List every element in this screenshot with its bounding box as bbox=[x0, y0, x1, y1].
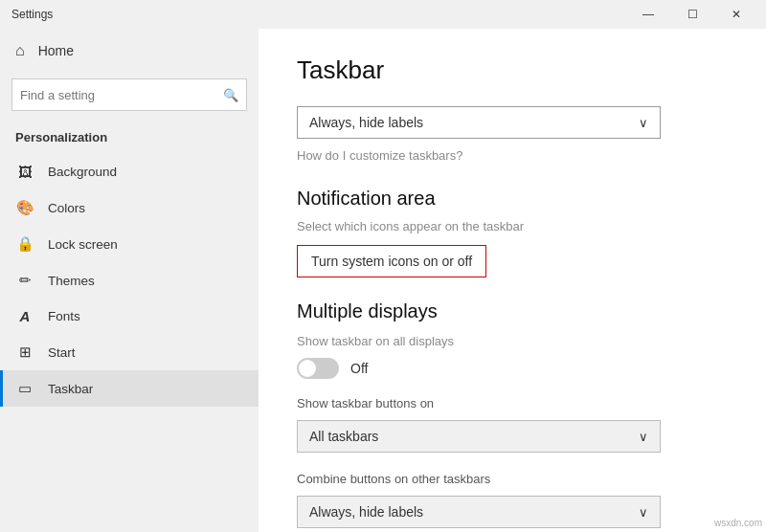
fonts-icon: A bbox=[15, 308, 34, 324]
sidebar-item-background[interactable]: 🖼 Background bbox=[0, 154, 259, 189]
sidebar-section-title: Personalization bbox=[0, 124, 259, 154]
search-icon: 🔍 bbox=[223, 88, 238, 102]
sidebar-item-start[interactable]: ⊞ Start bbox=[0, 334, 259, 370]
main-dropdown-arrow: ∨ bbox=[639, 116, 648, 130]
sidebar-item-themes-label: Themes bbox=[48, 274, 95, 288]
sidebar-item-fonts-label: Fonts bbox=[48, 309, 80, 323]
title-bar: Settings — ☐ ✕ bbox=[0, 0, 766, 29]
lock-icon: 🔒 bbox=[15, 235, 34, 253]
toggle-status: Off bbox=[350, 361, 368, 376]
taskbar-icon: ▭ bbox=[15, 380, 34, 397]
show-all-displays-toggle-row: Off bbox=[297, 358, 728, 379]
sidebar-item-lock-label: Lock screen bbox=[48, 237, 118, 252]
sidebar-item-start-label: Start bbox=[48, 345, 76, 360]
sidebar-item-home[interactable]: ⌂ Home bbox=[0, 29, 259, 73]
combine-dropdown-arrow: ∨ bbox=[639, 505, 648, 520]
sidebar-item-lock-screen[interactable]: 🔒 Lock screen bbox=[0, 226, 259, 262]
show-all-displays-toggle[interactable] bbox=[297, 358, 339, 379]
toggle-knob bbox=[299, 360, 316, 377]
home-icon: ⌂ bbox=[15, 42, 25, 59]
window-title: Settings bbox=[11, 8, 53, 21]
sidebar-item-fonts[interactable]: A Fonts bbox=[0, 299, 259, 334]
close-button[interactable]: ✕ bbox=[714, 0, 758, 29]
show-buttons-dropdown[interactable]: All taskbars ∨ bbox=[297, 420, 661, 453]
show-buttons-dropdown-value: All taskbars bbox=[309, 429, 378, 444]
background-icon: 🖼 bbox=[15, 164, 34, 180]
notification-area-hint: Select which icons appear on the taskbar bbox=[297, 219, 728, 233]
show-buttons-dropdown-arrow: ∨ bbox=[639, 430, 648, 444]
window-controls: — ☐ ✕ bbox=[626, 0, 758, 29]
start-icon: ⊞ bbox=[15, 344, 34, 361]
page-title: Taskbar bbox=[297, 55, 728, 85]
system-icons-link[interactable]: Turn system icons on or off bbox=[297, 245, 486, 277]
sidebar-item-taskbar-label: Taskbar bbox=[48, 382, 93, 396]
minimize-button[interactable]: — bbox=[626, 0, 670, 29]
home-label: Home bbox=[38, 43, 74, 58]
main-layout: ⌂ Home 🔍 Personalization 🖼 Background 🎨 … bbox=[0, 29, 766, 532]
maximize-button[interactable]: ☐ bbox=[670, 0, 714, 29]
main-dropdown[interactable]: Always, hide labels ∨ bbox=[297, 106, 661, 139]
show-buttons-label: Show taskbar buttons on bbox=[297, 396, 728, 410]
combine-buttons-label: Combine buttons on other taskbars bbox=[297, 472, 728, 486]
colors-icon: 🎨 bbox=[15, 199, 34, 216]
sidebar-item-background-label: Background bbox=[48, 165, 117, 179]
sidebar-item-colors-label: Colors bbox=[48, 201, 85, 215]
sidebar-item-colors[interactable]: 🎨 Colors bbox=[0, 189, 259, 226]
content-area: Taskbar Always, hide labels ∨ How do I c… bbox=[259, 29, 766, 532]
search-box[interactable]: 🔍 bbox=[11, 78, 247, 111]
sidebar-item-taskbar[interactable]: ▭ Taskbar bbox=[0, 370, 259, 407]
notification-area-title: Notification area bbox=[297, 188, 728, 210]
multiple-displays-title: Multiple displays bbox=[297, 300, 728, 322]
sidebar-item-themes[interactable]: ✏ Themes bbox=[0, 262, 259, 299]
show-all-displays-label: Show taskbar on all displays bbox=[297, 334, 728, 348]
themes-icon: ✏ bbox=[15, 272, 34, 289]
combine-dropdown-value: Always, hide labels bbox=[309, 504, 423, 520]
search-input[interactable] bbox=[20, 88, 223, 102]
combine-dropdown[interactable]: Always, hide labels ∨ bbox=[297, 496, 661, 528]
sidebar: ⌂ Home 🔍 Personalization 🖼 Background 🎨 … bbox=[0, 29, 259, 532]
main-dropdown-value: Always, hide labels bbox=[309, 115, 423, 130]
customize-hint: How do I customize taskbars? bbox=[297, 148, 728, 163]
